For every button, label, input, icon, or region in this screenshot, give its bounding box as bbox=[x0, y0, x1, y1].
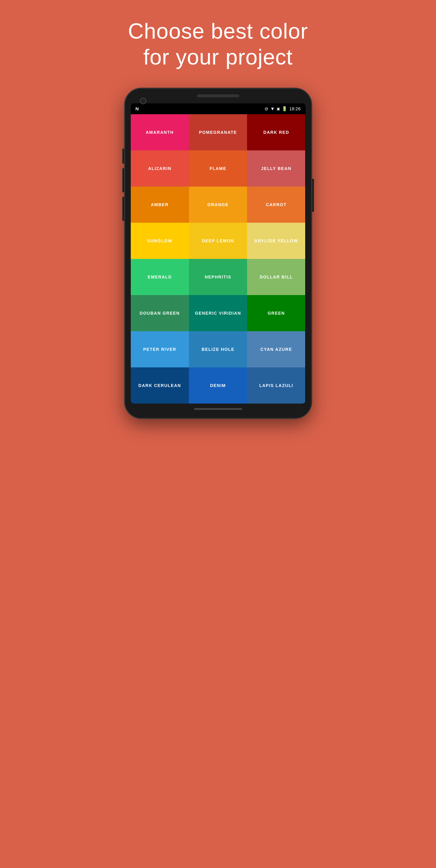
color-cell[interactable]: AMARANTH bbox=[131, 114, 189, 150]
color-cell[interactable]: DARK CERULEAN bbox=[131, 367, 189, 404]
color-cell[interactable]: DOLLAR BILL bbox=[247, 259, 305, 295]
color-cell[interactable]: CARROT bbox=[247, 187, 305, 223]
volume-up-button bbox=[122, 149, 124, 164]
color-cell[interactable]: FLAME bbox=[189, 150, 247, 187]
color-cell[interactable]: NEPHRITIS bbox=[189, 259, 247, 295]
headline: Choose best color for your project bbox=[128, 18, 308, 70]
phone-body: N ⊖ ▼ ▣ 🔋 18:26 AMARANTHPOMEGRANATEDARK … bbox=[125, 88, 312, 418]
notification-icon: N bbox=[135, 106, 139, 111]
color-cell[interactable]: LAPIS LAZULI bbox=[247, 367, 305, 404]
top-speaker-area bbox=[131, 94, 306, 97]
color-cell[interactable]: CYAN AZURE bbox=[247, 331, 305, 367]
color-cell[interactable]: SUNGLOW bbox=[131, 223, 189, 259]
color-cell[interactable]: GENERIC VIRIDIAN bbox=[189, 295, 247, 331]
status-right: ⊖ ▼ ▣ 🔋 18:26 bbox=[264, 106, 301, 112]
color-cell[interactable]: DENIM bbox=[189, 367, 247, 404]
color-cell[interactable]: AMBER bbox=[131, 187, 189, 223]
front-camera bbox=[140, 98, 147, 104]
color-cell[interactable]: ARYLIDE YELLOW bbox=[247, 223, 305, 259]
color-cell[interactable]: JELLY BEAN bbox=[247, 150, 305, 187]
power-button bbox=[312, 179, 314, 212]
phone-screen: N ⊖ ▼ ▣ 🔋 18:26 AMARANTHPOMEGRANATEDARK … bbox=[131, 103, 306, 404]
color-cell[interactable]: BELIZE HOLE bbox=[189, 331, 247, 367]
status-left: N bbox=[135, 106, 139, 111]
sim-icon: ▣ bbox=[277, 107, 280, 111]
battery-icon: 🔋 bbox=[282, 106, 287, 112]
clock: 18:26 bbox=[289, 106, 301, 111]
color-cell[interactable]: DEEP LEMON bbox=[189, 223, 247, 259]
color-cell[interactable]: ORANGE bbox=[189, 187, 247, 223]
color-grid: AMARANTHPOMEGRANATEDARK REDALIZARINFLAME… bbox=[131, 114, 306, 404]
color-cell[interactable]: DARK RED bbox=[247, 114, 305, 150]
wifi-icon: ▼ bbox=[270, 106, 275, 111]
color-cell[interactable]: PETER RIVER bbox=[131, 331, 189, 367]
headline-line2: for your project bbox=[143, 45, 292, 69]
color-cell[interactable]: POMEGRANATE bbox=[189, 114, 247, 150]
color-cell[interactable]: ALIZARIN bbox=[131, 150, 189, 187]
signal-icon: ⊖ bbox=[264, 106, 269, 112]
bottom-nav-bar bbox=[131, 408, 306, 410]
headline-line1: Choose best color bbox=[128, 19, 308, 43]
color-cell[interactable]: GREEN bbox=[247, 295, 305, 331]
status-bar: N ⊖ ▼ ▣ 🔋 18:26 bbox=[131, 103, 306, 114]
speaker-grille bbox=[197, 94, 239, 97]
mute-button bbox=[122, 197, 124, 221]
volume-down-button bbox=[122, 168, 124, 192]
phone-mockup: N ⊖ ▼ ▣ 🔋 18:26 AMARANTHPOMEGRANATEDARK … bbox=[125, 88, 312, 418]
color-cell[interactable]: DOUBAN GREEN bbox=[131, 295, 189, 331]
color-cell[interactable]: EMERALD bbox=[131, 259, 189, 295]
nav-indicator bbox=[194, 408, 242, 410]
